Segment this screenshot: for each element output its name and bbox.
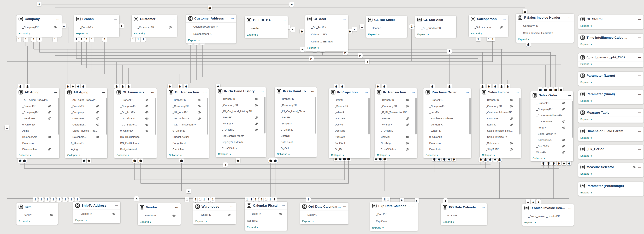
expand-toggle[interactable]: Expand∨ (16, 31, 62, 37)
table-card-salesperson[interactable]: Salesperson⋯_Salesperson...Expand∨ (469, 15, 508, 37)
table-card-sales-invoice[interactable]: Sales Invoice⋯_BranchFK_CompanyFK_Custom… (480, 88, 521, 158)
expand-toggle[interactable]: Expand∨ (74, 31, 119, 37)
field-row-sales-orderpk[interactable]: _Sales_OrderPK (530, 131, 573, 137)
field-row-date[interactable]: Date (245, 217, 287, 225)
field-list-scrollbar[interactable] (416, 98, 416, 134)
expand-toggle[interactable]: Expand∨ (469, 31, 508, 37)
field-row-salespers[interactable]: _Salespers... (65, 134, 107, 140)
table-card-company[interactable]: Company⋯_CompanyPKExpand∨ (16, 15, 62, 37)
more-options-icon[interactable]: ⋯ (172, 17, 175, 21)
table-card-header[interactable]: Parameter (Large)⋯ (578, 72, 644, 80)
field-row-sales-invoice-headerfk[interactable]: _Sales_Invoice_HeaderFK (516, 29, 574, 37)
field-row-whsefk[interactable]: _whsefk (329, 109, 370, 115)
field-row-itemfk[interactable]: _ItemFK (530, 125, 573, 131)
more-options-icon[interactable]: ⋯ (102, 91, 105, 94)
field-row-whsepk[interactable]: _WhsePK (193, 211, 236, 219)
more-options-icon[interactable]: ⋯ (56, 17, 60, 21)
field-list-scrollbar[interactable] (264, 97, 266, 133)
field-row-vendorfk[interactable]: _VendorFK (424, 121, 471, 128)
field-row-branchfk[interactable]: _BranchFK (114, 97, 156, 103)
more-options-icon[interactable]: ⋯ (151, 91, 154, 94)
table-card-f-sales-invoice-header[interactable]: F Sales Invoice Header⋯_CompanyFK_Sales_… (516, 14, 574, 43)
table-card-gl-stdpnl[interactable]: GL StdPnL⋯Expand∨ (578, 15, 644, 29)
field-row-data-as-of[interactable]: Data as of (424, 140, 471, 146)
field-row-companyfk[interactable]: _CompanyFK (216, 102, 266, 108)
field-row-header[interactable]: Header (366, 24, 407, 32)
table-card-d-sales-invoice-header[interactable]: D Sales Invoice Header⋯_Sales_Invoice_He… (522, 204, 574, 226)
expand-toggle[interactable]: Expand∨ (578, 153, 644, 159)
field-row-begqtyoh-month[interactable]: BegQtyOH-Month (216, 139, 266, 145)
field-row-gl-acctpk[interactable]: _GL_AcctPK (305, 24, 348, 31)
field-row-shiptopk[interactable]: _ShipToPK (73, 210, 120, 217)
field-row-companypk[interactable]: _CompanyPK (16, 24, 62, 31)
field-row-0-unionid[interactable]: 0_UnionID (275, 127, 316, 133)
expand-toggle[interactable]: Expand∨ (415, 32, 456, 38)
field-row-0-unionid[interactable]: 0_UnionID (216, 127, 266, 133)
table-card-header[interactable]: GL Sub Acct⋯ (415, 16, 456, 24)
collapse-toggle[interactable]: Collapse∧ (375, 152, 417, 158)
field-row-itempk[interactable]: _ItemPK (16, 211, 58, 219)
collapse-toggle[interactable]: Collapse∧ (167, 152, 209, 158)
more-options-icon[interactable]: ⋯ (364, 91, 368, 94)
collapse-toggle[interactable]: Collapse∧ (329, 152, 370, 158)
more-options-icon[interactable]: ⋯ (638, 93, 642, 96)
field-row-gl-subacctpk[interactable]: _GL_SubAcctPK (415, 24, 456, 32)
field-row-branchfk[interactable]: _BranchFK (480, 97, 521, 103)
field-row-aging[interactable]: Aging (65, 146, 107, 152)
more-options-icon[interactable]: ⋯ (638, 36, 642, 39)
expand-toggle[interactable]: Expand∨ (305, 45, 348, 51)
field-row-orgid[interactable]: OrgID (329, 146, 370, 152)
collapse-toggle[interactable]: Collapse∧ (65, 152, 107, 158)
field-row-exp-date[interactable]: Exp Date (370, 218, 418, 225)
field-row-0-unionid[interactable]: 0_UnionID (375, 128, 417, 134)
field-row-itemfk[interactable]: _ItemFK (375, 115, 417, 121)
field-row-ar-aging-todaypk[interactable]: _AR_Aging_TodayPK (65, 97, 107, 103)
field-row-itemfk[interactable]: _ItemFK (424, 109, 471, 115)
table-card-header[interactable]: Warehouse⋯ (193, 203, 236, 211)
field-row-budget-actual[interactable]: Budget Actual (114, 146, 156, 152)
field-row-costoh[interactable]: CostOH (275, 133, 316, 139)
field-row-companyfk[interactable]: _CompanyFK (16, 109, 59, 115)
field-row-itemfk[interactable]: _ItemFK (480, 121, 521, 128)
field-list-scrollbar[interactable] (106, 98, 107, 134)
field-row-0-unionid[interactable]: 0_UnionID (65, 140, 107, 146)
more-options-icon[interactable]: ⋯ (451, 18, 454, 21)
collapse-toggle[interactable]: Collapse∧ (16, 152, 59, 158)
field-row-customerpk[interactable]: _CustomerPK (132, 24, 177, 31)
table-card-header[interactable]: Purchase Order⋯ (424, 88, 471, 96)
field-row-balanceamt[interactable]: BalanceAmt (16, 134, 59, 140)
field-row-in-on-hand-historypk[interactable]: _IN_On_Hand_HistoryPK (216, 108, 266, 114)
field-row-salespersonfk[interactable]: _SalespersonFK (186, 30, 236, 37)
more-options-icon[interactable]: ⋯ (466, 91, 469, 94)
field-row-whsefk[interactable]: _WhseFK (216, 120, 266, 127)
field-row-sales-invoice-hea[interactable]: _Sales_Invoice_Hea... (65, 128, 107, 134)
field-row-ap-aging-todaypk[interactable]: _AP_Aging_TodayPK (16, 97, 59, 103)
field-row-in-on-hand-todaypk[interactable]: _IN_On_Hand_TodayPK (275, 108, 316, 114)
table-card-header[interactable]: Vendor⋯ (138, 203, 180, 211)
more-options-icon[interactable]: ⋯ (282, 204, 285, 207)
field-row-0-unionid[interactable]: 0_UnionID (16, 121, 59, 128)
table-card-lk-period[interactable]: _Lk_Period⋯Expand∨ (578, 145, 644, 159)
field-row-po-date[interactable]: PO Date (441, 212, 487, 219)
more-options-icon[interactable]: ⋯ (638, 18, 642, 21)
field-row-column1-bs[interactable]: Column1_BS (305, 31, 348, 38)
expand-toggle[interactable]: Expand∨ (578, 190, 644, 196)
field-row-companyfk[interactable]: _CompanyFK (114, 103, 156, 109)
table-card-header[interactable]: GL StdPnL⋯ (578, 15, 644, 23)
collapse-toggle[interactable]: Collapse∧ (275, 151, 316, 157)
field-row-creditamt[interactable]: CreditAmt (167, 146, 209, 152)
field-row-0-unionid[interactable]: 0_UnionID (167, 128, 209, 134)
field-list-scrollbar[interactable] (58, 98, 59, 134)
table-card-header[interactable]: Item⋯ (16, 203, 58, 211)
field-row-customer[interactable]: _Customer... (480, 115, 521, 121)
table-card-header[interactable]: GL Transaction⋯ (167, 88, 209, 96)
field-row-companyfk[interactable]: _CompanyFK (480, 103, 521, 109)
expand-toggle[interactable]: Expand∨ (578, 117, 644, 122)
field-row-whsefk[interactable]: WhseFK (530, 149, 573, 155)
table-card-header[interactable]: 0_zzd_generic_pbi_2407⋯ (578, 53, 644, 61)
table-card-header[interactable]: Parameter (Percentage)⋯ (578, 182, 644, 190)
more-options-icon[interactable]: ⋯ (412, 204, 416, 208)
table-card-warehouse[interactable]: Warehouse⋯_WhsePKExpand∨ (193, 203, 236, 225)
field-row-branchfk[interactable]: _BranchFK (216, 96, 266, 102)
more-options-icon[interactable]: ⋯ (568, 16, 572, 19)
